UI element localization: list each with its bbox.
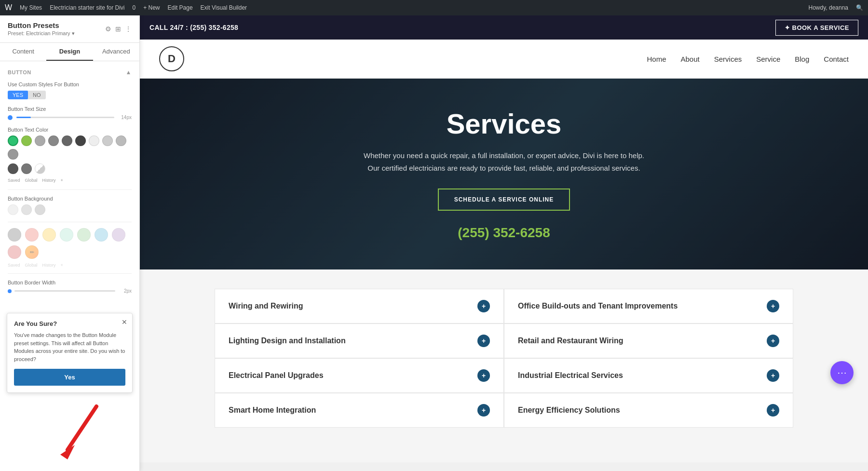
service-expand-energy[interactable]: + — [767, 404, 779, 417]
service-item-wiring[interactable]: Wiring and Rewiring + — [215, 289, 504, 323]
service-name-retail: Retail and Restaurant Wiring — [518, 336, 624, 345]
admin-comments[interactable]: 0 — [133, 4, 136, 11]
divider-2 — [8, 222, 132, 222]
text-size-slider[interactable]: 14px — [8, 115, 132, 120]
swatch-green[interactable] — [8, 135, 18, 146]
service-expand-industrial[interactable]: + — [767, 369, 779, 382]
big-label-global: Global — [25, 263, 38, 268]
service-expand-panel[interactable]: + — [477, 369, 490, 382]
big-swatch-purple[interactable] — [112, 228, 125, 242]
sidebar-more-icon[interactable]: ⋮ — [125, 25, 132, 33]
service-expand-retail[interactable]: + — [767, 335, 779, 347]
swatch-gray2[interactable] — [48, 135, 59, 146]
sidebar-header: Button Presets Preset: Electrician Prima… — [0, 15, 139, 43]
nav-home[interactable]: Home — [647, 55, 666, 63]
swatch-white2[interactable] — [102, 135, 113, 146]
service-expand-wiring[interactable]: + — [477, 300, 490, 312]
slider-dot — [8, 115, 13, 120]
nav-about[interactable]: About — [681, 55, 700, 63]
admin-edit-page[interactable]: Edit Page — [168, 4, 193, 11]
big-swatch-blue[interactable] — [95, 228, 108, 242]
swatch-dark2[interactable] — [21, 163, 32, 174]
swatch-gray1[interactable] — [35, 135, 45, 146]
sidebar-settings-icon[interactable]: ⚙ — [105, 25, 111, 33]
swatch-lime[interactable] — [21, 135, 32, 146]
admin-new[interactable]: + New — [143, 4, 160, 11]
custom-styles-label: Use Custom Styles For Button — [8, 81, 132, 87]
service-expand-lighting[interactable]: + — [477, 335, 490, 347]
nav-blog[interactable]: Blog — [795, 55, 809, 63]
big-swatch-pink[interactable] — [25, 228, 39, 242]
service-item-smarthome[interactable]: Smart Home Integration + — [215, 393, 504, 428]
custom-styles-toggle[interactable]: YES NO — [8, 91, 46, 99]
confirm-title: Are You Sure? — [14, 320, 125, 327]
site-topbar: CALL 24/7 : (255) 352-6258 ✦ BOOK A SERV… — [140, 15, 868, 40]
service-name-panel: Electrical Panel Upgrades — [229, 371, 324, 380]
wp-logo-icon[interactable]: W — [5, 3, 12, 12]
hero-title: Services — [359, 108, 649, 140]
service-item-office[interactable]: Office Build-outs and Tenant Improvement… — [504, 289, 793, 323]
big-swatch-gray[interactable] — [8, 228, 21, 242]
big-swatch-mint[interactable] — [60, 228, 73, 242]
big-swatch-yellow[interactable] — [42, 228, 56, 242]
border-dot — [8, 289, 12, 293]
admin-search-icon[interactable]: 🔍 — [856, 4, 863, 11]
admin-site-name[interactable]: Electrician starter site for Divi — [50, 4, 124, 11]
bg-swatches — [8, 204, 132, 215]
service-item-panel[interactable]: Electrical Panel Upgrades + — [215, 358, 504, 393]
swatch-white1[interactable] — [89, 135, 99, 146]
confirm-close-btn[interactable]: ✕ — [122, 318, 127, 326]
border-slider[interactable]: 2px — [8, 288, 132, 294]
service-name-lighting: Lighting Design and Installation — [229, 336, 346, 345]
section-collapse-icon[interactable]: ▲ — [126, 69, 132, 76]
confirm-yes-btn[interactable]: Yes — [14, 369, 125, 386]
tab-advanced[interactable]: Advanced — [93, 43, 139, 61]
admin-my-sites[interactable]: My Sites — [20, 4, 42, 11]
tab-content[interactable]: Content — [0, 43, 46, 61]
site-logo[interactable]: D — [159, 46, 184, 71]
toggle-yes[interactable]: YES — [8, 91, 28, 99]
nav-services[interactable]: Services — [714, 55, 742, 63]
slider-track[interactable] — [16, 117, 114, 118]
label-add-icon[interactable]: + — [61, 178, 63, 183]
toggle-no[interactable]: NO — [28, 91, 46, 99]
slider-fill — [16, 117, 31, 118]
service-name-wiring: Wiring and Rewiring — [229, 302, 303, 310]
service-item-lighting[interactable]: Lighting Design and Installation + — [215, 323, 504, 358]
bg-swatch-3[interactable] — [35, 204, 45, 215]
border-track[interactable] — [14, 290, 115, 292]
bg-swatch-1[interactable] — [8, 204, 18, 215]
admin-exit-builder[interactable]: Exit Visual Builder — [201, 4, 247, 11]
floating-action-btn[interactable]: ⋯ — [830, 361, 854, 384]
divider-3 — [8, 273, 132, 274]
topbar-phone: CALL 24/7 : (255) 352-6258 — [149, 24, 775, 31]
tab-design[interactable]: Design — [46, 43, 93, 61]
swatch-gray6[interactable] — [8, 149, 18, 160]
service-item-retail[interactable]: Retail and Restaurant Wiring + — [504, 323, 793, 358]
swatch-dark1[interactable] — [8, 163, 18, 174]
confirm-text: You've made changes to the Button Module… — [14, 331, 125, 363]
sidebar-preset-label[interactable]: Preset: Electrician Primary ▾ — [8, 30, 75, 37]
service-item-energy[interactable]: Energy Efficiency Solutions + — [504, 393, 793, 428]
hero-cta-btn[interactable]: SCHEDULE A SERVICE ONLINE — [438, 188, 570, 211]
big-swatch-red[interactable] — [8, 245, 21, 259]
big-swatch-green[interactable] — [77, 228, 91, 242]
nav-contact[interactable]: Contact — [824, 55, 849, 63]
swatch-gray4[interactable] — [75, 135, 86, 146]
nav-service[interactable]: Service — [756, 55, 780, 63]
big-swatch-pencil[interactable]: ✏ — [25, 245, 39, 259]
big-label-add[interactable]: + — [61, 263, 63, 268]
bg-swatch-2[interactable] — [21, 204, 32, 215]
swatch-gray5[interactable] — [116, 135, 126, 146]
book-service-btn[interactable]: ✦ BOOK A SERVICE — [775, 20, 858, 36]
big-color-labels: Saved Global History + — [8, 263, 132, 268]
text-color-swatches — [8, 135, 132, 160]
custom-styles-row: Use Custom Styles For Button YES NO — [8, 81, 132, 99]
sidebar-expand-icon[interactable]: ⊞ — [115, 25, 121, 33]
swatch-transparent[interactable] — [35, 163, 45, 174]
service-expand-smarthome[interactable]: + — [477, 404, 490, 417]
swatch-gray3[interactable] — [62, 135, 72, 146]
color-row-labels: Saved Global History + — [8, 178, 132, 183]
service-expand-office[interactable]: + — [767, 300, 779, 312]
service-item-industrial[interactable]: Industrial Electrical Services + — [504, 358, 793, 393]
